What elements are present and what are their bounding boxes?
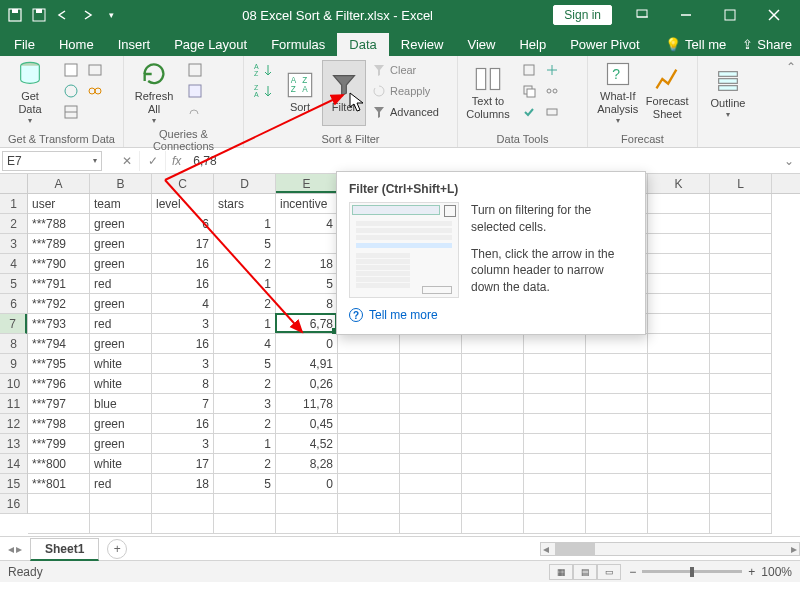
cell[interactable]: 6,78 [276, 314, 338, 334]
cell[interactable] [710, 254, 772, 274]
recent-sources-icon[interactable] [84, 60, 106, 80]
cell[interactable] [710, 414, 772, 434]
row-header[interactable]: 14 [0, 454, 27, 474]
sort-az-icon[interactable]: AZ [250, 60, 278, 80]
cell[interactable] [338, 334, 400, 354]
cell[interactable] [710, 274, 772, 294]
tell-me-more-link[interactable]: ? Tell me more [349, 308, 633, 322]
cell[interactable] [338, 354, 400, 374]
cell[interactable] [586, 454, 648, 474]
cell[interactable] [710, 434, 772, 454]
cell[interactable] [462, 454, 524, 474]
cell[interactable]: user [28, 194, 90, 214]
name-box[interactable]: E7▾ [2, 151, 102, 171]
cell[interactable]: red [90, 314, 152, 334]
zoom-out-icon[interactable]: − [629, 565, 636, 579]
cell[interactable]: blue [90, 394, 152, 414]
row-header[interactable]: 1 [0, 194, 27, 214]
data-validation-icon[interactable] [518, 102, 540, 122]
cell[interactable] [586, 494, 648, 514]
cell[interactable] [462, 394, 524, 414]
outline-button[interactable]: Outline▾ [704, 60, 752, 126]
cell[interactable] [586, 334, 648, 354]
data-model-icon[interactable] [541, 102, 563, 122]
cell[interactable]: green [90, 294, 152, 314]
cell[interactable] [28, 514, 90, 534]
row-header[interactable]: 13 [0, 434, 27, 454]
cell[interactable] [28, 494, 90, 514]
consolidate-icon[interactable] [541, 60, 563, 80]
cell[interactable]: 8,28 [276, 454, 338, 474]
cell[interactable] [400, 334, 462, 354]
expand-formula-icon[interactable]: ⌄ [784, 154, 800, 168]
cell[interactable] [586, 514, 648, 534]
cell[interactable]: 4 [214, 334, 276, 354]
cell[interactable] [152, 514, 214, 534]
cell[interactable] [400, 414, 462, 434]
cell[interactable]: 18 [276, 254, 338, 274]
row-header[interactable]: 10 [0, 374, 27, 394]
cell[interactable] [648, 214, 710, 234]
undo-icon[interactable] [52, 4, 74, 26]
cell[interactable] [400, 514, 462, 534]
cancel-formula-icon[interactable]: ✕ [114, 151, 140, 171]
tab-page-layout[interactable]: Page Layout [162, 33, 259, 56]
cell[interactable]: ***796 [28, 374, 90, 394]
cell[interactable]: 2 [214, 374, 276, 394]
tab-data[interactable]: Data [337, 33, 388, 56]
cell[interactable] [400, 394, 462, 414]
advanced-button[interactable]: Advanced [372, 102, 439, 122]
page-break-view-icon[interactable]: ▭ [597, 564, 621, 580]
row-header[interactable]: 12 [0, 414, 27, 434]
cell[interactable] [338, 474, 400, 494]
cell[interactable]: 5 [276, 274, 338, 294]
ribbon-options-icon[interactable] [620, 0, 664, 30]
from-table-icon[interactable] [60, 102, 82, 122]
cell[interactable]: 18 [152, 474, 214, 494]
from-text-icon[interactable] [60, 60, 82, 80]
column-header[interactable]: C [152, 174, 214, 193]
zoom-in-icon[interactable]: + [748, 565, 755, 579]
cell[interactable] [338, 514, 400, 534]
cell[interactable]: ***797 [28, 394, 90, 414]
cell[interactable] [524, 454, 586, 474]
remove-dup-icon[interactable] [518, 81, 540, 101]
cell[interactable]: ***792 [28, 294, 90, 314]
cell[interactable] [400, 354, 462, 374]
collapse-ribbon-icon[interactable]: ⌃ [786, 60, 796, 74]
cell[interactable] [338, 454, 400, 474]
get-data-button[interactable]: Get Data▾ [6, 60, 54, 126]
cell[interactable] [710, 454, 772, 474]
cell[interactable]: ***800 [28, 454, 90, 474]
cell[interactable] [648, 434, 710, 454]
cell[interactable]: red [90, 274, 152, 294]
sheet-nav-last-icon[interactable]: ▸ [16, 542, 22, 556]
cell[interactable] [524, 474, 586, 494]
tab-insert[interactable]: Insert [106, 33, 163, 56]
cell[interactable]: 1 [214, 314, 276, 334]
tab-formulas[interactable]: Formulas [259, 33, 337, 56]
cell[interactable]: white [90, 454, 152, 474]
cell[interactable] [338, 374, 400, 394]
cell[interactable] [462, 334, 524, 354]
cell[interactable] [648, 314, 710, 334]
column-header[interactable]: A [28, 174, 90, 193]
filter-button[interactable]: Filter [322, 60, 366, 126]
cell[interactable]: ***795 [28, 354, 90, 374]
cell[interactable]: 1 [214, 434, 276, 454]
cell[interactable]: 17 [152, 454, 214, 474]
existing-conn-icon[interactable] [84, 81, 106, 101]
queries-icon[interactable] [184, 60, 206, 80]
cell[interactable] [648, 254, 710, 274]
cell[interactable]: 2 [214, 294, 276, 314]
cell[interactable] [90, 514, 152, 534]
cell[interactable] [90, 494, 152, 514]
share-button[interactable]: ⇪Share [734, 33, 800, 56]
cell[interactable]: green [90, 234, 152, 254]
row-header[interactable]: 3 [0, 234, 27, 254]
cell[interactable] [648, 474, 710, 494]
cell[interactable] [524, 354, 586, 374]
cell[interactable]: 0,26 [276, 374, 338, 394]
cell[interactable]: 0 [276, 334, 338, 354]
cell[interactable] [710, 194, 772, 214]
